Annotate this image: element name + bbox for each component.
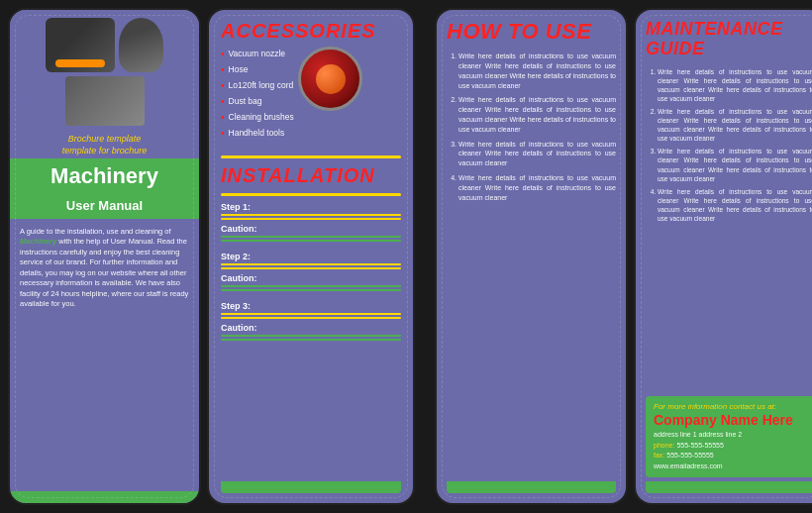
step-1-line	[221, 214, 401, 216]
body-text-before: A guide to the installation, use and cle…	[20, 227, 171, 236]
step-3-line	[221, 313, 401, 315]
company-name: Company Name Here	[654, 413, 807, 428]
body-text-after: with the help of User Manual. Read the i…	[20, 237, 188, 308]
acc-item-5: Cleaning brushes	[221, 110, 294, 126]
phone-value: 555-555-55555	[676, 442, 724, 449]
for-more-info: For more information contact us at:	[654, 402, 807, 411]
body-bold: Machinery	[20, 237, 56, 246]
accessories-list: Vacuum nozzle Hose Lo120ft long cord Dus…	[221, 47, 294, 142]
phone-line: phone: 555-555-55555	[654, 441, 807, 452]
installation-title: INSTALLATION	[221, 164, 401, 187]
howto-title: HOW TO USE	[447, 20, 616, 44]
caution-2-label: Caution:	[221, 273, 401, 283]
howto-bottom-bar	[447, 481, 616, 493]
caution-2-line2	[221, 289, 401, 291]
panel-maintenance: MAINTENANCE GUIDE Write here details of …	[634, 8, 812, 505]
maint-bottom-bar	[646, 481, 812, 493]
acc-item-6: Handheld tools	[221, 126, 294, 142]
address-line1: address line 1 address line 2	[654, 430, 807, 441]
acc-item-4: Dust bag	[221, 94, 294, 110]
accessories-image	[298, 47, 362, 111]
step-3-line2	[221, 317, 401, 319]
step-1-label: Step 1:	[221, 202, 401, 212]
maint-item-4: Write here details of instructions to us…	[658, 187, 812, 223]
brochure-container: Brochure template template for brochure …	[0, 0, 812, 513]
howto-list: Write here details of instructions to us…	[447, 51, 616, 477]
middle-bottom-bar	[221, 481, 401, 493]
contact-section: For more information contact us at: Comp…	[646, 396, 812, 477]
howto-item-3: Write here details of instructions to us…	[458, 140, 616, 168]
step-1: Step 1: Caution:	[221, 202, 401, 242]
website: www.emailadress.com	[654, 462, 807, 472]
contact-green-bar: For more information contact us at: Comp…	[646, 396, 812, 477]
left-image-area	[10, 10, 199, 130]
panel-left: Brochure template template for brochure …	[8, 8, 201, 505]
step-2-label: Step 2:	[221, 252, 401, 261]
subtitle: User Manual	[10, 195, 199, 219]
main-title: Machinery	[20, 164, 189, 188]
hose-image	[119, 18, 163, 72]
install-divider	[221, 193, 401, 196]
maint-item-3: Write here details of instructions to us…	[658, 147, 812, 182]
panel-howto: HOW TO USE Write here details of instruc…	[435, 8, 628, 505]
maintenance-title: MAINTENANCE GUIDE	[646, 20, 812, 59]
step-3-label: Step 3:	[221, 301, 401, 311]
maint-item-2: Write here details of instructions to us…	[658, 107, 812, 143]
accessories-divider	[221, 155, 401, 158]
phone-label: phone:	[654, 442, 674, 449]
vacuum-image	[46, 18, 115, 72]
tagline-line1: Brochure template	[20, 134, 189, 146]
maint-item-1: Write here details of instructions to us…	[658, 67, 812, 103]
tagline-line2: template for brochure	[20, 146, 189, 157]
step-1-line2	[221, 218, 401, 220]
howto-item-1: Write here details of instructions to us…	[458, 51, 616, 90]
separator	[421, 8, 429, 505]
step-3: Step 3: Caution:	[221, 301, 401, 341]
caution-1-line2	[221, 240, 401, 242]
howto-item-4: Write here details of instructions to us…	[458, 173, 616, 202]
maintenance-list: Write here details of instructions to us…	[646, 67, 812, 396]
acc-item-1: Vacuum nozzle	[221, 47, 294, 62]
contact-details: address line 1 address line 2 phone: 555…	[654, 430, 807, 471]
caution-1-label: Caution:	[221, 224, 401, 234]
fax-label: fax:	[654, 452, 664, 459]
acc-item-2: Hose	[221, 62, 294, 78]
left-body: A guide to the installation, use and cle…	[10, 219, 199, 487]
step-2-line2	[221, 267, 401, 269]
left-body-text: A guide to the installation, use and cle…	[20, 227, 189, 310]
title-green-bar: Machinery	[10, 158, 199, 194]
howto-item-2: Write here details of instructions to us…	[458, 95, 616, 134]
caution-2-line	[221, 285, 401, 287]
panel-middle: ACCESSORIES Vacuum nozzle Hose Lo120ft l…	[207, 8, 415, 505]
accessories-title: ACCESSORIES	[221, 20, 401, 43]
caution-3-label: Caution:	[221, 323, 401, 333]
fax-line: fax: 555-555-55555	[654, 451, 807, 462]
caution-3-line2	[221, 339, 401, 341]
caution-1-line	[221, 236, 401, 238]
acc-item-3: Lo120ft long cord	[221, 78, 294, 94]
tagline-area: Brochure template template for brochure	[10, 130, 199, 158]
fax-value: 555-555-55555	[666, 452, 714, 459]
step-2: Step 2: Caution:	[221, 252, 401, 291]
attachment-image	[65, 76, 145, 126]
left-bottom-bar	[10, 491, 199, 503]
step-2-line	[221, 263, 401, 265]
installation-section: INSTALLATION Step 1: Caution: Step 2: Ca…	[221, 164, 401, 477]
caution-3-line	[221, 335, 401, 337]
